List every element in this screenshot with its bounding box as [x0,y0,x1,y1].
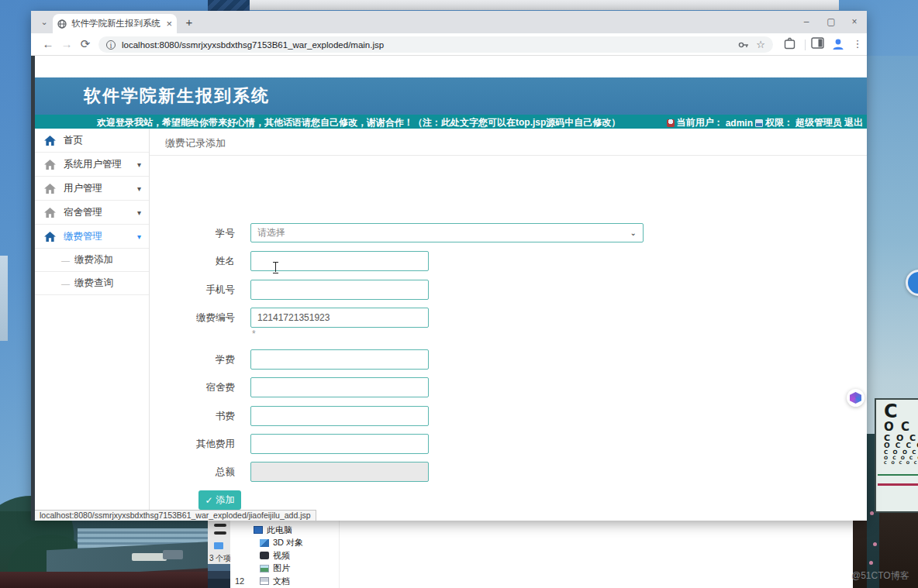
explorer-item-count: 3 个项 [209,553,231,564]
folder-icon [214,542,223,549]
sidebar-subitem-payment-add[interactable]: — 缴费添加 [35,249,149,272]
background-window-fragment: 3 个项 [208,521,230,588]
chevron-down-icon: ⌄ [630,229,637,237]
explorer-item-pictures[interactable]: 图片 [254,562,339,576]
logout-link[interactable]: 退出 [844,116,863,129]
eye-chart-row: C [884,402,918,421]
wallpaper-book [132,553,167,561]
video-icon [260,552,269,559]
current-username: admin [726,118,753,129]
maximize-button[interactable]: ▢ [820,14,842,29]
sidebar-subitem-payment-query[interactable]: — 缴费查询 [35,272,149,295]
wallpaper-flower [870,511,874,515]
home-icon [44,160,56,170]
close-tab-icon[interactable]: × [166,19,172,29]
required-asterisk: * [252,328,256,339]
app-header: 软件学院新生报到系统 [35,77,867,115]
other-fee-input[interactable] [250,434,429,454]
sidebar-item-dorm-mgmt[interactable]: 宿舍管理 ▾ [35,201,149,225]
role-badge-icon [755,119,763,127]
title-divider [150,155,867,156]
home-icon [44,136,56,146]
profile-avatar-icon[interactable] [831,37,845,51]
minimize-bar [214,524,226,527]
side-panel-icon[interactable] [811,37,824,49]
user-icon [667,119,675,127]
url-text[interactable]: localhost:8080/ssmrjxyxsbdxthsg7153B61_w… [122,40,732,50]
phone-input[interactable] [250,280,429,300]
chevron-down-icon: ▾ [137,208,141,217]
explorer-item-label: 图片 [273,562,290,574]
explorer-item-documents[interactable]: 文档 [254,575,339,588]
explorer-item-label: 3D 对象 [273,537,303,548]
dorm-fee-input[interactable] [250,377,429,397]
chevron-down-icon: ▾ [137,232,141,241]
document-icon [260,577,269,585]
field-label-total: 总额 [150,466,235,479]
field-label-payment-no: 缴费编号 [150,311,235,325]
home-icon [44,232,56,242]
sidebar-item-user-mgmt[interactable]: 用户管理 ▾ [35,177,149,201]
sidebar-item-home[interactable]: 首页 [35,129,149,153]
browser-tab[interactable]: 软件学院新生报到系统 × [53,14,177,33]
sidebar-item-label: 用户管理 [64,182,102,195]
refresh-button[interactable]: ⟳ [78,36,93,52]
sidebar-item-system-user-mgmt[interactable]: 系统用户管理 ▾ [35,153,149,177]
address-bar[interactable]: i localhost:8080/ssmrjxyxsbdxthsg7153B61… [98,36,773,53]
wallpaper-pillar [0,256,8,341]
sidebar-subitem-label: 缴费查询 [74,277,113,290]
minimize-button[interactable]: – [795,14,817,29]
photo-thumbnail [208,564,230,588]
eye-chart-red-line [878,483,918,486]
explorer-item-videos[interactable]: 视频 [254,549,339,562]
picture-icon [260,565,269,573]
close-window-button[interactable]: × [844,14,865,29]
field-label-name: 姓名 [150,255,235,268]
add-button[interactable]: ✓ 添加 [198,490,241,510]
role-label: 权限： [765,116,793,129]
sidebar-item-label: 宿舍管理 [64,206,102,219]
explorer-item-3d-objects[interactable]: 3D 对象 [254,537,339,550]
explorer-item-label: 文档 [273,576,290,587]
password-key-icon[interactable] [738,40,750,50]
student-id-select[interactable]: 请选择 ⌄ [250,223,644,242]
new-tab-button[interactable]: + [183,16,195,29]
total-input [250,462,429,482]
page-title: 缴费记录添加 [165,136,226,150]
field-label-other-fee: 其他费用 [150,438,235,451]
floating-extension-button[interactable] [847,389,865,407]
explorer-page-number: 12 [235,576,244,586]
wallpaper-phone [163,550,183,559]
kebab-menu-icon[interactable]: ⋮ [850,36,865,52]
bookmark-star-icon[interactable]: ☆ [756,39,765,50]
background-window-sliver [250,0,839,10]
tuition-input[interactable] [250,349,429,370]
extensions-icon[interactable] [783,37,796,50]
check-icon: ✓ [205,495,212,506]
explorer-item-this-pc[interactable]: 此电脑 [254,524,339,537]
sidebar-item-payment-mgmt[interactable]: 缴费管理 ▾ [35,225,149,249]
wallpaper-desk-front [0,572,233,588]
tree-connector: — [61,279,70,288]
payment-no-input[interactable] [250,308,429,328]
sidebar-subitem-label: 缴费添加 [74,253,113,266]
site-info-icon[interactable]: i [106,40,116,50]
back-button[interactable]: ← [40,36,56,52]
status-bar-link: localhost:8080/ssmrjxyxsbdxthsg7153B61_w… [35,510,316,521]
explorer-item-label: 此电脑 [267,524,292,536]
globe-icon [57,19,67,29]
chevron-down-icon: ▾ [137,160,141,169]
field-label-dorm-fee: 宿舍费 [150,381,235,394]
eye-chart-row: C O C O C O C [884,461,918,465]
explorer-pane-divider [339,521,340,588]
select-value: 请选择 [257,226,285,239]
sidebar: 首页 系统用户管理 ▾ 用户管理 ▾ 宿舍管理 ▾ [35,129,150,521]
current-user-label: 当前用户： [677,116,723,129]
page-viewport: 软件学院新生报到系统 欢迎登录我站，希望能给你带来好心情，其他话语请您自己修改，… [31,56,867,521]
home-icon [44,208,56,218]
forward-button[interactable]: → [59,36,74,52]
explorer-item-label: 视频 [273,550,290,562]
tab-search-icon[interactable]: ⌄ [37,15,51,29]
book-fee-input[interactable] [250,406,429,426]
tab-title: 软件学院新生报到系统 [71,18,161,29]
